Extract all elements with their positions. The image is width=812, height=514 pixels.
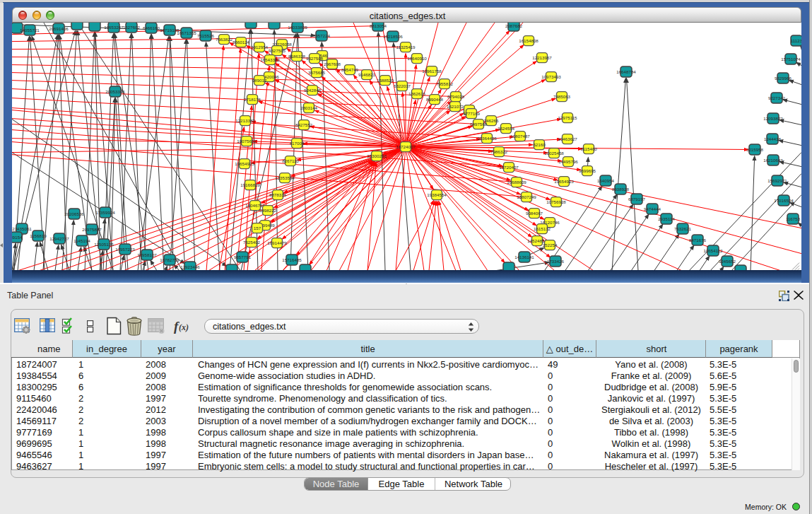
svg-text:3675685: 3675685 — [308, 69, 326, 74]
svg-text:12213382: 12213382 — [235, 117, 255, 122]
svg-text:16782759: 16782759 — [160, 257, 180, 262]
svg-text:14055721: 14055721 — [20, 27, 40, 32]
svg-text:9146821: 9146821 — [358, 71, 376, 76]
svg-text:10807487: 10807487 — [510, 133, 530, 138]
svg-text:9084067: 9084067 — [526, 210, 543, 215]
svg-text:9245652: 9245652 — [719, 258, 736, 263]
svg-text:10958107: 10958107 — [137, 252, 157, 257]
svg-text:8186328: 8186328 — [288, 53, 306, 58]
svg-text:2087682: 2087682 — [505, 23, 523, 28]
svg-text:62160: 62160 — [533, 141, 546, 146]
svg-text:12353594: 12353594 — [275, 175, 295, 180]
svg-text:8938928: 8938928 — [612, 186, 630, 191]
svg-text:8990448: 8990448 — [426, 96, 444, 101]
svg-text:3624554: 3624554 — [498, 125, 515, 130]
svg-text:1640954: 1640954 — [597, 177, 615, 182]
svg-text:16671355: 16671355 — [177, 30, 196, 35]
svg-text:9777169: 9777169 — [463, 110, 481, 115]
svg-text:15720407: 15720407 — [499, 164, 519, 169]
svg-text:9699695: 9699695 — [579, 168, 596, 173]
svg-text:2803144: 2803144 — [300, 105, 318, 110]
svg-text:6322037: 6322037 — [394, 83, 411, 88]
svg-text:12923446: 12923446 — [180, 264, 200, 269]
svg-text:20206536: 20206536 — [64, 211, 84, 216]
svg-text:9242848: 9242848 — [304, 87, 322, 92]
svg-text:252254: 252254 — [543, 242, 558, 247]
svg-text:19166829: 19166829 — [240, 182, 260, 187]
svg-text:18724007: 18724007 — [396, 144, 416, 148]
svg-text:8813054: 8813054 — [370, 23, 387, 28]
svg-text:20691406: 20691406 — [49, 25, 69, 30]
svg-text:16648784: 16648784 — [616, 69, 636, 74]
svg-text:1362615: 1362615 — [408, 90, 426, 95]
svg-text:18807249: 18807249 — [517, 194, 536, 199]
svg-text:12093822: 12093822 — [763, 115, 783, 120]
svg-text:14136141: 14136141 — [514, 254, 534, 259]
svg-text:16543382: 16543382 — [260, 57, 280, 62]
svg-text:20975887: 20975887 — [82, 226, 102, 231]
svg-text:14495796: 14495796 — [558, 158, 578, 163]
svg-text:(x): (x) — [179, 322, 189, 332]
svg-text:1733426: 1733426 — [547, 258, 565, 263]
svg-text:15751074: 15751074 — [781, 56, 801, 61]
svg-text:17016504: 17016504 — [774, 197, 794, 202]
svg-text:1145194: 1145194 — [73, 238, 90, 243]
svg-text:15716485: 15716485 — [282, 257, 302, 262]
svg-text:3912954: 3912954 — [251, 44, 269, 49]
svg-text:15692971: 15692971 — [767, 177, 787, 182]
svg-text:116753: 116753 — [786, 216, 801, 221]
svg-text:19654923: 19654923 — [554, 178, 574, 183]
svg-text:19218506: 19218506 — [383, 33, 403, 38]
svg-text:10756928: 10756928 — [546, 199, 566, 204]
svg-text:10025458: 10025458 — [544, 150, 564, 155]
svg-text:2935114: 2935114 — [658, 216, 675, 221]
svg-text:16154808: 16154808 — [519, 37, 539, 42]
svg-text:10688609: 10688609 — [507, 179, 526, 184]
svg-text:8267110: 8267110 — [282, 158, 299, 163]
svg-text:8427552: 8427552 — [295, 122, 313, 127]
svg-text:1244418: 1244418 — [764, 136, 782, 141]
svg-text:9227342: 9227342 — [768, 95, 786, 100]
svg-text:11123: 11123 — [791, 37, 801, 42]
svg-text:20364436: 20364436 — [477, 135, 497, 140]
svg-text:2967608: 2967608 — [324, 61, 341, 66]
svg-text:9474444: 9474444 — [644, 206, 661, 211]
svg-text:23435061: 23435061 — [12, 226, 32, 230]
svg-text:6794028: 6794028 — [447, 93, 465, 98]
svg-text:9327508: 9327508 — [306, 55, 324, 60]
svg-text:10654112: 10654112 — [703, 247, 723, 252]
svg-text:7663822: 7663822 — [216, 36, 233, 41]
svg-text:10973493: 10973493 — [541, 74, 561, 78]
svg-text:8471676: 8471676 — [689, 237, 707, 242]
svg-text:989012: 989012 — [252, 77, 267, 82]
svg-text:16210643: 16210643 — [763, 157, 783, 162]
svg-text:19384554: 19384554 — [427, 192, 447, 197]
svg-text:18640910: 18640910 — [407, 55, 427, 60]
svg-text:1588520: 1588520 — [377, 77, 394, 82]
svg-text:19654925: 19654925 — [235, 160, 254, 165]
svg-text:7986322: 7986322 — [490, 148, 508, 153]
svg-text:1615132: 1615132 — [534, 226, 551, 230]
svg-text:23300293: 23300293 — [367, 153, 387, 158]
svg-text:8878334: 8878334 — [269, 192, 287, 197]
svg-text:16914479: 16914479 — [267, 240, 287, 245]
svg-text:11325419: 11325419 — [396, 44, 416, 49]
svg-text:7485063: 7485063 — [553, 93, 571, 98]
svg-text:10653267: 10653267 — [104, 24, 124, 29]
svg-text:8660124: 8660124 — [233, 39, 250, 44]
svg-text:7625402: 7625402 — [243, 239, 261, 244]
svg-text:9115460: 9115460 — [580, 146, 597, 151]
svg-text:12942737: 12942737 — [49, 235, 69, 240]
svg-text:7357224: 7357224 — [313, 33, 331, 37]
svg-text:12505135: 12505135 — [94, 241, 114, 246]
svg-text:3215958: 3215958 — [746, 146, 764, 151]
svg-text:7955812: 7955812 — [436, 81, 454, 86]
svg-text:20053346: 20053346 — [105, 88, 125, 93]
svg-text:12213967: 12213967 — [532, 54, 552, 59]
svg-text:417004: 417004 — [290, 140, 305, 145]
svg-text:10961758: 10961758 — [422, 68, 442, 73]
svg-text:16033809: 16033809 — [288, 24, 307, 29]
svg-text:6879197: 6879197 — [628, 196, 646, 201]
svg-text:5498222: 5498222 — [259, 207, 277, 212]
svg-text:157: 157 — [254, 225, 261, 230]
